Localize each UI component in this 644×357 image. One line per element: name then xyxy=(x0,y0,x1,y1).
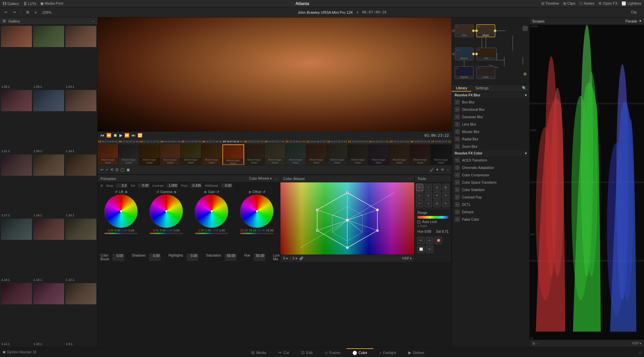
select-tool-btn[interactable]: ↖ xyxy=(416,184,423,191)
pivot-value[interactable]: 0.435 xyxy=(190,183,202,188)
tool-btn[interactable]: ↩ xyxy=(416,200,423,207)
clip-item[interactable]: Blackmagic RAW xyxy=(202,144,222,165)
list-item[interactable]: 1.10.1 xyxy=(33,283,64,346)
timeline-cell[interactable]: 1705:52:37:07V1 xyxy=(431,138,451,144)
gamma-wheel[interactable] xyxy=(150,194,183,228)
fx-box-blur[interactable]: ⬡ Box Blur xyxy=(452,98,529,106)
tool-btn[interactable]: ≡ xyxy=(425,200,432,207)
list-item[interactable]: 1.13.1 xyxy=(33,218,64,282)
timeline-cell[interactable]: 1204:24:33:22V1 xyxy=(327,138,347,144)
warper-size-btn[interactable]: 6 ▾ xyxy=(283,257,287,260)
list-item[interactable]: 1.11.1 xyxy=(1,283,32,346)
gamma-reset-btn[interactable]: ↺ xyxy=(156,190,159,194)
clip-item[interactable]: Blackmagic RAW xyxy=(306,144,327,165)
scope-expand-btn[interactable]: ⊞ xyxy=(532,342,535,345)
list-item[interactable]: 1.17.1 xyxy=(1,154,32,218)
tab-fairlight[interactable]: ♪ Fairlight xyxy=(373,348,402,356)
fx-color-title[interactable]: Resolve FX Color ▾ xyxy=(452,150,529,157)
timeline-cell[interactable]: 0606:29:11:00V1 xyxy=(202,138,223,144)
timeline-cell[interactable]: 0805:33:22:00V1 xyxy=(244,138,264,144)
color-reset-btn[interactable]: ⟲ xyxy=(441,168,444,172)
clip-item[interactable]: Blackmagic RAW xyxy=(431,144,451,165)
redo-btn[interactable]: ↪ xyxy=(11,9,17,15)
fx-color-compressor[interactable]: ⬡ Color Compressor xyxy=(452,171,529,179)
sat-value[interactable]: 0.71 xyxy=(442,230,451,233)
fx-radial-blur[interactable]: ⬡ Radial Blur xyxy=(452,135,529,143)
clip-item[interactable]: Blackmagic RAW xyxy=(98,144,118,165)
tool-btn[interactable]: + xyxy=(425,184,432,191)
lift-reset-btn[interactable]: ↺ xyxy=(115,190,117,194)
fx-directional-blur[interactable]: ⬡ Directional Blur xyxy=(452,106,529,113)
tool-btn[interactable]: ⟲ xyxy=(442,192,449,199)
clip-item[interactable]: Blackmagic RAW xyxy=(181,144,202,165)
fx-aces[interactable]: ⬡ ACES Transform xyxy=(452,157,529,164)
color-mode-btn[interactable]: 🖊 xyxy=(430,168,434,172)
fx-color-space[interactable]: ⬡ Color Space Transform xyxy=(452,179,529,186)
gallery-options[interactable]: ··· xyxy=(92,19,95,23)
timeline-cell[interactable]: 0307:47:11:13V1 xyxy=(140,138,160,144)
fx-false-color[interactable]: ⬡ False Color xyxy=(452,216,529,223)
clip-item[interactable]: Blackmagic RAW xyxy=(139,144,160,165)
hue-value[interactable]: 50.00 xyxy=(254,254,265,261)
clip-item[interactable]: Blackmagic RAW xyxy=(118,144,139,165)
library-tab[interactable]: Library xyxy=(452,85,471,92)
undo-btn[interactable]: ↩ xyxy=(3,9,9,15)
timeline-cell[interactable]: 0406:09:38:01V1 xyxy=(160,138,181,144)
tab-color[interactable]: ⬤ Color xyxy=(346,348,373,356)
tool-btn[interactable]: ↙ xyxy=(416,192,423,199)
color-tool-btn[interactable]: ▣ xyxy=(126,168,130,172)
tool-btn[interactable]: ◎ xyxy=(433,184,441,191)
fx-lens-blur[interactable]: ⬡ Lens Blur xyxy=(452,121,529,128)
clip-item[interactable]: Blackmagic RAW xyxy=(410,144,431,165)
nodes-btn[interactable]: ⬡ Nodes xyxy=(579,1,594,6)
offset-reset-btn[interactable]: ↺ xyxy=(263,190,265,194)
loop-btn[interactable]: 🔁 xyxy=(138,133,143,138)
list-item[interactable]: 1.12.1 xyxy=(65,218,97,282)
gain-crosshair[interactable]: ⊕ xyxy=(204,190,207,194)
offset-crosshair[interactable]: ⊕ xyxy=(249,190,251,194)
tool-btn[interactable]: ✦ xyxy=(433,192,441,199)
gain-wheel[interactable] xyxy=(195,194,228,228)
gallery-btn[interactable]: 🎞 Gallery xyxy=(3,2,19,6)
gamma-crosshair[interactable]: ⊕ xyxy=(174,190,176,194)
tab-cut[interactable]: ✂ Cut xyxy=(272,348,295,356)
tool-btn[interactable]: ⊞ xyxy=(442,184,449,191)
list-item[interactable]: 1.19.1 xyxy=(65,90,97,153)
tool-btn[interactable]: ⊟ xyxy=(433,200,441,207)
fx-dehaze[interactable]: ⬡ Dehaze xyxy=(452,208,529,216)
timeline-cell[interactable]: 0207:02:09:12V1 xyxy=(118,138,139,144)
timeline-cell[interactable]: 1404:26:28:11V1 xyxy=(368,138,389,144)
stop-btn[interactable]: ⏹ xyxy=(113,133,117,138)
list-item[interactable]: 1.14.1 xyxy=(1,218,32,282)
step-fwd-btn[interactable]: ⏩ xyxy=(124,133,129,138)
timeline-cell[interactable]: 0106:37:04:08V1 xyxy=(98,138,118,144)
layout-btn[interactable]: ⊞ xyxy=(24,9,31,15)
list-item[interactable]: 1.16.1 xyxy=(33,154,64,218)
hue-value[interactable]: 0.00 xyxy=(425,230,434,233)
list-item[interactable]: 1.20.1 xyxy=(33,90,64,153)
clip-item[interactable]: Blackmagic RAW xyxy=(327,144,348,165)
skip-start-btn[interactable]: ⏮ xyxy=(100,133,104,138)
clip-item[interactable]: Blackmagic RAW xyxy=(244,144,265,165)
scope-hsp-btn[interactable]: HSP ▾ xyxy=(632,342,641,345)
color-boost-value[interactable]: 0.00 xyxy=(112,254,124,261)
contrast-value[interactable]: 1.000 xyxy=(166,183,178,188)
color-tool-btn[interactable]: ◯ xyxy=(120,168,124,172)
media-pool-btn[interactable]: ▣ Media Pool xyxy=(40,1,63,6)
warper-link-btn[interactable]: 🔗 xyxy=(299,257,303,260)
middetail-value[interactable]: 0.00 xyxy=(221,183,232,188)
clip-item[interactable]: Blackmagic RAW xyxy=(265,144,285,165)
color-tool-btn[interactable]: ⊡ xyxy=(115,168,118,172)
library-search-btn[interactable]: 🔍 xyxy=(519,85,529,92)
auto-lock-checkbox[interactable] xyxy=(417,220,421,224)
tool-pick-btn[interactable]: 🎯 xyxy=(435,237,442,244)
color-wheels-dropdown[interactable]: Color Wheels ▾ xyxy=(249,177,272,180)
color-warper-canvas[interactable] xyxy=(280,182,414,255)
fx-blur-title[interactable]: Resolve FX Blur ▾ xyxy=(452,92,529,98)
clip-item[interactable]: Blackmagic RAW xyxy=(389,144,410,165)
play-btn[interactable]: ▶ xyxy=(119,133,122,138)
highlights-value[interactable]: 0.00 xyxy=(186,254,198,261)
timeline-cell[interactable]: 1010:25:39:21V1 xyxy=(285,138,306,144)
tool-pen-btn[interactable]: ✏ xyxy=(417,237,425,244)
warper-size-btn2[interactable]: 6 ▾ xyxy=(292,257,297,260)
